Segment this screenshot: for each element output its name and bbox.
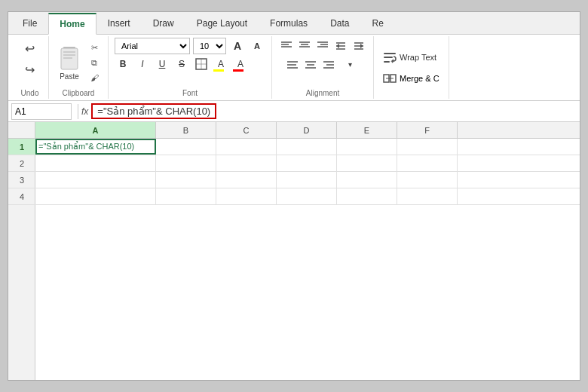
- cell-a4[interactable]: [35, 188, 156, 204]
- svg-rect-36: [384, 61, 390, 63]
- formula-bar-divider: [78, 104, 78, 119]
- font-size-select[interactable]: 10: [193, 38, 226, 54]
- paste-label: Paste: [60, 72, 79, 81]
- tab-file[interactable]: File: [11, 12, 48, 34]
- cell-a2[interactable]: [35, 155, 156, 171]
- align-top-left-button[interactable]: [278, 38, 295, 54]
- align-bottom-right-button[interactable]: [320, 56, 337, 72]
- align-bottom-center-icon: [304, 57, 317, 71]
- cell-a1[interactable]: ="Sản phẩm"& CHAR(10): [35, 139, 156, 155]
- tab-re[interactable]: Re: [360, 12, 394, 34]
- col-header-e[interactable]: E: [337, 122, 397, 138]
- cell-e3[interactable]: [337, 172, 397, 188]
- font-row1: Arial 10 A A: [115, 38, 265, 54]
- increase-font-button[interactable]: A: [229, 38, 246, 54]
- wrap-text-button[interactable]: Wrap Text: [380, 49, 443, 66]
- tab-formulas[interactable]: Formulas: [259, 12, 319, 34]
- clipboard-small-icons: ✂ ⧉ 🖌: [87, 41, 102, 84]
- indent-increase-button[interactable]: [351, 38, 367, 54]
- cell-a1-value: ="Sản phẩm"& CHAR(10): [38, 142, 134, 152]
- row-numbers: 1 2 3 4: [8, 139, 35, 380]
- table-row: [35, 172, 580, 188]
- alignment-group: ▾ Alignment: [272, 36, 374, 99]
- decrease-font-button[interactable]: A: [249, 38, 265, 54]
- paste-icon: [59, 45, 80, 72]
- excel-window: File Home Insert Draw Page Layout Formul…: [8, 11, 580, 381]
- paste-button[interactable]: Paste: [55, 44, 84, 81]
- indent-decrease-button[interactable]: [332, 38, 349, 54]
- wrap-merge-group: Wrap Text Merge & C: [374, 36, 449, 99]
- align-bottom-left-button[interactable]: [284, 56, 301, 72]
- svg-marker-24: [360, 44, 363, 48]
- strikethrough-button[interactable]: S: [173, 56, 190, 72]
- col-header-b[interactable]: B: [156, 122, 216, 138]
- undo-label: Undo: [21, 87, 39, 97]
- cell-d4[interactable]: [277, 188, 337, 204]
- font-family-select[interactable]: Arial: [115, 38, 190, 54]
- undo-button[interactable]: ↩: [20, 38, 41, 59]
- clipboard-label: Clipboard: [63, 87, 95, 97]
- align-top-center-button[interactable]: [296, 38, 313, 54]
- number-format-button[interactable]: ▾: [338, 56, 361, 72]
- cell-f3[interactable]: [397, 172, 458, 188]
- svg-rect-4: [63, 57, 72, 59]
- cell-c3[interactable]: [216, 172, 277, 188]
- fill-color-button[interactable]: A: [213, 56, 229, 72]
- merge-label: Merge & C: [400, 74, 439, 83]
- merge-button[interactable]: Merge & C: [380, 70, 443, 87]
- col-header-a[interactable]: A: [35, 122, 156, 138]
- tab-page-layout[interactable]: Page Layout: [185, 12, 259, 34]
- cell-f2[interactable]: [397, 155, 458, 171]
- row-number-3[interactable]: 3: [8, 172, 35, 188]
- cell-b4[interactable]: [156, 188, 216, 204]
- underline-button[interactable]: U: [154, 56, 170, 72]
- redo-button[interactable]: ↪: [20, 59, 41, 80]
- align-bottom-center-button[interactable]: [302, 56, 319, 72]
- font-color-button[interactable]: A: [232, 56, 249, 72]
- cell-b3[interactable]: [156, 172, 216, 188]
- format-painter-button[interactable]: 🖌: [87, 71, 102, 84]
- formula-bar: A1 fx ="Sản phẩm"& CHAR(10): [8, 101, 580, 122]
- cell-c1[interactable]: [216, 139, 277, 155]
- cell-d1[interactable]: [277, 139, 337, 155]
- borders-button[interactable]: [193, 56, 210, 72]
- cut-button[interactable]: ✂: [87, 41, 102, 54]
- table-row: [35, 155, 580, 172]
- align-top-right-button[interactable]: [314, 38, 331, 54]
- cell-d2[interactable]: [277, 155, 337, 171]
- cell-e1[interactable]: [337, 139, 397, 155]
- col-header-c[interactable]: C: [216, 122, 277, 138]
- tab-draw[interactable]: Draw: [142, 12, 185, 34]
- wrap-text-label: Wrap Text: [400, 53, 436, 62]
- col-header-d[interactable]: D: [277, 122, 337, 138]
- cell-f1[interactable]: [397, 139, 458, 155]
- cell-d3[interactable]: [277, 172, 337, 188]
- copy-button[interactable]: ⧉: [87, 56, 102, 69]
- table-row: ="Sản phẩm"& CHAR(10): [35, 139, 580, 155]
- italic-button[interactable]: I: [134, 56, 151, 72]
- row-number-2[interactable]: 2: [8, 155, 35, 172]
- svg-rect-34: [384, 53, 396, 54]
- alignment-label: Alignment: [306, 87, 339, 97]
- cell-reference-box[interactable]: A1: [11, 103, 72, 120]
- row-number-4[interactable]: 4: [8, 188, 35, 205]
- row-number-1[interactable]: 1: [8, 139, 35, 155]
- bold-button[interactable]: B: [115, 56, 131, 72]
- cell-e2[interactable]: [337, 155, 397, 171]
- cell-c4[interactable]: [216, 188, 277, 204]
- cell-f4[interactable]: [397, 188, 458, 204]
- formula-input-container[interactable]: ="Sản phẩm"& CHAR(10): [91, 103, 577, 119]
- cell-b1[interactable]: [156, 139, 216, 155]
- col-header-f[interactable]: F: [397, 122, 458, 138]
- tab-data[interactable]: Data: [319, 12, 360, 34]
- tab-insert[interactable]: Insert: [96, 12, 142, 34]
- cell-c2[interactable]: [216, 155, 277, 171]
- table-row: [35, 188, 580, 205]
- cell-e4[interactable]: [337, 188, 397, 204]
- cell-a3[interactable]: [35, 172, 156, 188]
- align-bottom-right-icon: [322, 57, 335, 71]
- cell-b2[interactable]: [156, 155, 216, 171]
- align-row2: ▾: [284, 56, 361, 72]
- svg-rect-2: [63, 51, 75, 53]
- tab-home[interactable]: Home: [48, 13, 96, 35]
